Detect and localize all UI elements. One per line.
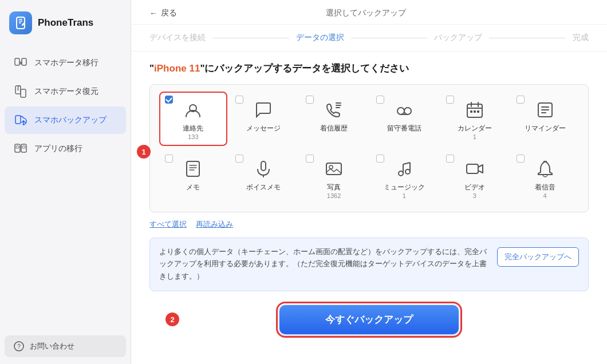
photos-count: 1362 xyxy=(327,192,341,199)
content-area: "iPhone 11"にバックアップするデータを選択してください 1 xyxy=(131,52,607,364)
data-item-reminder[interactable]: リマインダー xyxy=(511,92,579,146)
svg-point-45 xyxy=(405,169,410,174)
data-item-ringtone[interactable]: 着信音 4 xyxy=(511,151,579,205)
calendar-checkbox[interactable] xyxy=(446,96,454,104)
app-transfer-icon xyxy=(14,142,27,156)
backup-now-button[interactable]: 今すぐバックアップ xyxy=(279,305,459,334)
back-button[interactable]: ← 戻る xyxy=(149,8,177,18)
step-data-select: データの選択 xyxy=(296,33,344,43)
links-row: すべて選択 再読み込み xyxy=(149,219,589,230)
sidebar-item-restore[interactable]: スマホデータ復元 xyxy=(5,78,126,105)
full-backup-button[interactable]: 完全バックアップへ xyxy=(497,247,579,267)
voice-memo-checkbox[interactable] xyxy=(235,155,243,163)
data-item-notes[interactable]: メモ xyxy=(159,151,227,205)
calendar-icon xyxy=(463,98,486,121)
action-area: 2 今すぐバックアップ xyxy=(149,300,589,337)
contacts-checkbox[interactable] xyxy=(165,96,173,104)
app-transfer-label: アプリの移行 xyxy=(34,144,82,154)
svg-rect-30 xyxy=(474,110,476,113)
sidebar-item-backup[interactable]: スマホバックアップ xyxy=(5,106,126,134)
data-item-messages[interactable]: メッセージ xyxy=(230,92,298,146)
reload-link[interactable]: 再読み込み xyxy=(196,219,233,230)
transfer-label: スマホデータ移行 xyxy=(34,58,98,68)
photos-checkbox[interactable] xyxy=(306,155,314,163)
data-item-photos[interactable]: 写真 1362 xyxy=(300,151,368,205)
sidebar-item-transfer[interactable]: スマホデータ移行 xyxy=(5,49,126,77)
svg-rect-36 xyxy=(187,161,199,176)
calendar-label: カレンダー xyxy=(458,124,492,133)
calendar-count: 1 xyxy=(473,133,476,140)
backup-icon xyxy=(14,113,27,127)
step-bar: デバイスを接続 データの選択 バックアップ 完成 xyxy=(131,25,607,52)
reminder-checkbox[interactable] xyxy=(517,96,525,104)
data-item-call-history[interactable]: 着信履歴 xyxy=(300,92,368,146)
data-item-voice-memo[interactable]: ボイスメモ xyxy=(230,151,298,205)
svg-point-22 xyxy=(397,108,404,114)
content-title: "iPhone 11"にバックアップするデータを選択してください xyxy=(149,62,589,75)
data-item-calendar[interactable]: カレンダー 1 xyxy=(440,92,509,146)
svg-line-48 xyxy=(403,163,410,164)
contact-button[interactable]: ? お問い合わせ xyxy=(5,335,126,357)
voice-memo-icon xyxy=(252,157,275,180)
step2-badge: 2 xyxy=(165,312,179,326)
app-name: PhoneTrans xyxy=(38,17,93,29)
svg-rect-40 xyxy=(261,161,266,171)
messages-label: メッセージ xyxy=(246,124,281,133)
svg-rect-14 xyxy=(16,146,19,148)
sidebar-header: PhoneTrans xyxy=(0,0,131,43)
sidebar-nav: スマホデータ移行 スマホデータ復元 xyxy=(0,43,131,329)
reminder-icon xyxy=(534,98,557,121)
data-item-video[interactable]: ビデオ 3 xyxy=(440,151,509,205)
ringtone-count: 4 xyxy=(543,192,547,199)
contacts-icon xyxy=(182,98,204,121)
main-content: ← 戻る 選択してバックアップ デバイスを接続 データの選択 バックアップ 完成… xyxy=(131,0,607,364)
reminder-label: リマインダー xyxy=(525,124,566,133)
messages-checkbox[interactable] xyxy=(235,96,243,104)
data-item-music[interactable]: ミュージック 1 xyxy=(370,151,439,205)
back-label: 戻る xyxy=(161,8,177,18)
music-label: ミュージック xyxy=(384,183,425,192)
svg-rect-7 xyxy=(21,89,26,97)
svg-rect-42 xyxy=(326,163,341,175)
grid-section: 1 連絡先 133 xyxy=(149,84,589,219)
video-checkbox[interactable] xyxy=(446,155,454,163)
voicemail-checkbox[interactable] xyxy=(376,96,384,104)
video-label: ビデオ xyxy=(464,183,485,192)
voicemail-icon xyxy=(393,98,416,121)
contact-label: お問い合わせ xyxy=(30,341,74,351)
ringtone-icon xyxy=(534,157,557,180)
video-count: 3 xyxy=(473,192,476,199)
step-divider-2 xyxy=(351,38,428,38)
photos-icon xyxy=(322,157,345,180)
step-divider-1 xyxy=(212,38,289,38)
data-grid-wrapper: 連絡先 133 メッセージ xyxy=(149,84,589,212)
sidebar: PhoneTrans スマホデータ移行 xyxy=(0,0,131,364)
data-grid: 連絡先 133 メッセージ xyxy=(159,92,579,205)
notes-icon xyxy=(182,157,204,180)
step1-badge: 1 xyxy=(137,145,151,159)
voicemail-label: 留守番電話 xyxy=(387,124,421,133)
music-checkbox[interactable] xyxy=(376,155,384,163)
svg-rect-15 xyxy=(22,146,25,148)
step-connect: デバイスを接続 xyxy=(149,33,206,43)
music-count: 1 xyxy=(403,192,406,199)
svg-rect-10 xyxy=(15,116,21,124)
svg-rect-49 xyxy=(467,164,478,173)
data-item-voicemail[interactable]: 留守番電話 xyxy=(370,92,439,146)
ringtone-label: 着信音 xyxy=(535,183,555,192)
sidebar-item-app-transfer[interactable]: アプリの移行 xyxy=(5,135,126,163)
messages-icon xyxy=(252,98,275,121)
call-history-checkbox[interactable] xyxy=(306,96,314,104)
data-item-contacts[interactable]: 連絡先 133 xyxy=(159,92,227,146)
video-icon xyxy=(463,157,486,180)
notes-checkbox[interactable] xyxy=(165,155,173,163)
svg-rect-31 xyxy=(477,110,479,113)
app-logo xyxy=(9,11,32,34)
select-all-link[interactable]: すべて選択 xyxy=(149,219,187,230)
topbar: ← 戻る 選択してバックアップ xyxy=(131,0,607,25)
call-history-label: 着信履歴 xyxy=(320,124,348,133)
ringtone-checkbox[interactable] xyxy=(517,155,525,163)
contacts-count: 133 xyxy=(188,133,198,140)
svg-rect-29 xyxy=(470,110,472,113)
contacts-label: 連絡先 xyxy=(183,124,203,133)
